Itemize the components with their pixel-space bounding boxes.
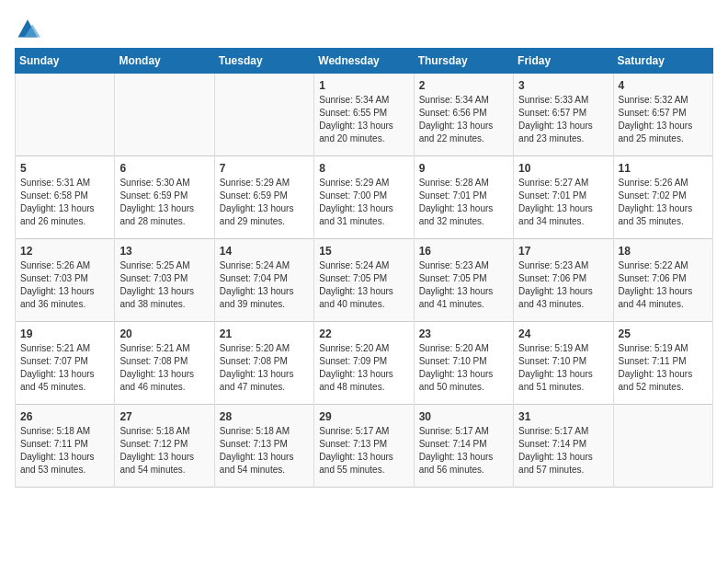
day-info: Sunrise: 5:19 AM Sunset: 7:10 PM Dayligh… [518, 342, 608, 394]
calendar-cell: 6Sunrise: 5:30 AM Sunset: 6:59 PM Daylig… [115, 156, 214, 239]
day-number: 31 [518, 410, 608, 423]
calendar-cell: 20Sunrise: 5:21 AM Sunset: 7:08 PM Dayli… [115, 322, 214, 405]
calendar-cell: 11Sunrise: 5:26 AM Sunset: 7:02 PM Dayli… [613, 156, 712, 239]
calendar-cell: 19Sunrise: 5:21 AM Sunset: 7:07 PM Dayli… [16, 322, 115, 405]
calendar-cell: 29Sunrise: 5:17 AM Sunset: 7:13 PM Dayli… [314, 405, 414, 488]
day-number: 19 [20, 327, 109, 340]
calendar-cell: 4Sunrise: 5:32 AM Sunset: 6:57 PM Daylig… [613, 74, 712, 156]
page-header [15, 15, 713, 40]
day-info: Sunrise: 5:31 AM Sunset: 6:58 PM Dayligh… [20, 177, 109, 228]
day-info: Sunrise: 5:18 AM Sunset: 7:12 PM Dayligh… [119, 425, 209, 477]
header-day-sunday: Sunday [16, 49, 115, 74]
day-number: 3 [518, 79, 608, 92]
day-number: 13 [119, 245, 209, 258]
day-number: 6 [119, 162, 209, 175]
day-number: 21 [220, 327, 309, 340]
day-info: Sunrise: 5:24 AM Sunset: 7:04 PM Dayligh… [220, 259, 309, 311]
day-info: Sunrise: 5:18 AM Sunset: 7:13 PM Dayligh… [220, 425, 309, 477]
day-number: 9 [419, 162, 508, 175]
header-day-wednesday: Wednesday [314, 49, 414, 74]
calendar-cell: 28Sunrise: 5:18 AM Sunset: 7:13 PM Dayli… [214, 405, 313, 488]
calendar-cell: 30Sunrise: 5:17 AM Sunset: 7:14 PM Dayli… [414, 405, 513, 488]
calendar-cell: 12Sunrise: 5:26 AM Sunset: 7:03 PM Dayli… [16, 239, 115, 322]
calendar-cell: 2Sunrise: 5:34 AM Sunset: 6:56 PM Daylig… [414, 74, 513, 156]
day-info: Sunrise: 5:30 AM Sunset: 6:59 PM Dayligh… [119, 177, 209, 228]
day-number: 5 [20, 162, 109, 175]
day-number: 14 [220, 245, 309, 258]
week-row-4: 26Sunrise: 5:18 AM Sunset: 7:11 PM Dayli… [16, 405, 713, 488]
day-info: Sunrise: 5:18 AM Sunset: 7:11 PM Dayligh… [20, 425, 109, 477]
day-number: 25 [619, 327, 708, 340]
calendar-cell: 23Sunrise: 5:20 AM Sunset: 7:10 PM Dayli… [414, 322, 513, 405]
header-day-tuesday: Tuesday [214, 49, 313, 74]
day-info: Sunrise: 5:17 AM Sunset: 7:13 PM Dayligh… [319, 425, 408, 477]
day-info: Sunrise: 5:21 AM Sunset: 7:08 PM Dayligh… [119, 342, 209, 394]
calendar-cell: 5Sunrise: 5:31 AM Sunset: 6:58 PM Daylig… [16, 156, 115, 239]
calendar-cell: 9Sunrise: 5:28 AM Sunset: 7:01 PM Daylig… [414, 156, 513, 239]
calendar-cell: 21Sunrise: 5:20 AM Sunset: 7:08 PM Dayli… [214, 322, 313, 405]
day-info: Sunrise: 5:17 AM Sunset: 7:14 PM Dayligh… [419, 425, 508, 477]
day-number: 26 [20, 410, 109, 423]
day-number: 29 [319, 410, 408, 423]
day-info: Sunrise: 5:34 AM Sunset: 6:56 PM Dayligh… [419, 94, 508, 145]
day-number: 16 [419, 245, 508, 258]
week-row-1: 5Sunrise: 5:31 AM Sunset: 6:58 PM Daylig… [16, 156, 713, 239]
day-info: Sunrise: 5:27 AM Sunset: 7:01 PM Dayligh… [518, 177, 608, 228]
header-day-friday: Friday [514, 49, 613, 74]
day-info: Sunrise: 5:19 AM Sunset: 7:11 PM Dayligh… [619, 342, 708, 394]
header-day-thursday: Thursday [414, 49, 513, 74]
calendar-cell: 14Sunrise: 5:24 AM Sunset: 7:04 PM Dayli… [214, 239, 313, 322]
day-number: 22 [319, 327, 408, 340]
day-number: 24 [518, 327, 608, 340]
logo [15, 15, 44, 40]
day-info: Sunrise: 5:23 AM Sunset: 7:05 PM Dayligh… [419, 259, 508, 311]
day-info: Sunrise: 5:34 AM Sunset: 6:55 PM Dayligh… [319, 94, 408, 145]
day-number: 4 [619, 79, 708, 92]
day-info: Sunrise: 5:25 AM Sunset: 7:03 PM Dayligh… [119, 259, 209, 311]
day-info: Sunrise: 5:23 AM Sunset: 7:06 PM Dayligh… [518, 259, 608, 311]
day-info: Sunrise: 5:33 AM Sunset: 6:57 PM Dayligh… [518, 94, 608, 145]
header-row: SundayMondayTuesdayWednesdayThursdayFrid… [16, 49, 713, 74]
day-info: Sunrise: 5:22 AM Sunset: 7:06 PM Dayligh… [619, 259, 708, 311]
day-number: 28 [220, 410, 309, 423]
day-info: Sunrise: 5:29 AM Sunset: 7:00 PM Dayligh… [319, 177, 408, 228]
day-info: Sunrise: 5:20 AM Sunset: 7:09 PM Dayligh… [319, 342, 408, 394]
calendar-cell: 31Sunrise: 5:17 AM Sunset: 7:14 PM Dayli… [514, 405, 613, 488]
day-number: 11 [619, 162, 708, 175]
calendar-cell: 17Sunrise: 5:23 AM Sunset: 7:06 PM Dayli… [514, 239, 613, 322]
calendar-cell [16, 74, 115, 156]
header-day-saturday: Saturday [613, 49, 712, 74]
calendar-table: SundayMondayTuesdayWednesdayThursdayFrid… [15, 48, 713, 488]
calendar-cell: 26Sunrise: 5:18 AM Sunset: 7:11 PM Dayli… [16, 405, 115, 488]
calendar-body: 1Sunrise: 5:34 AM Sunset: 6:55 PM Daylig… [16, 74, 713, 488]
calendar-cell: 16Sunrise: 5:23 AM Sunset: 7:05 PM Dayli… [414, 239, 513, 322]
calendar-cell [214, 74, 313, 156]
day-info: Sunrise: 5:26 AM Sunset: 7:02 PM Dayligh… [619, 177, 708, 228]
calendar-cell: 24Sunrise: 5:19 AM Sunset: 7:10 PM Dayli… [514, 322, 613, 405]
calendar-header: SundayMondayTuesdayWednesdayThursdayFrid… [16, 49, 713, 74]
calendar-cell: 7Sunrise: 5:29 AM Sunset: 6:59 PM Daylig… [214, 156, 313, 239]
header-day-monday: Monday [115, 49, 214, 74]
day-info: Sunrise: 5:17 AM Sunset: 7:14 PM Dayligh… [518, 425, 608, 477]
day-info: Sunrise: 5:28 AM Sunset: 7:01 PM Dayligh… [419, 177, 508, 228]
day-info: Sunrise: 5:26 AM Sunset: 7:03 PM Dayligh… [20, 259, 109, 311]
calendar-cell: 22Sunrise: 5:20 AM Sunset: 7:09 PM Dayli… [314, 322, 414, 405]
day-number: 1 [319, 79, 408, 92]
day-number: 17 [518, 245, 608, 258]
calendar-cell [115, 74, 214, 156]
day-number: 20 [119, 327, 209, 340]
day-number: 27 [119, 410, 209, 423]
calendar-cell: 8Sunrise: 5:29 AM Sunset: 7:00 PM Daylig… [314, 156, 414, 239]
calendar-cell: 3Sunrise: 5:33 AM Sunset: 6:57 PM Daylig… [514, 74, 613, 156]
day-number: 15 [319, 245, 408, 258]
day-number: 10 [518, 162, 608, 175]
day-number: 8 [319, 162, 408, 175]
calendar-cell: 13Sunrise: 5:25 AM Sunset: 7:03 PM Dayli… [115, 239, 214, 322]
calendar-cell: 18Sunrise: 5:22 AM Sunset: 7:06 PM Dayli… [613, 239, 712, 322]
day-number: 30 [419, 410, 508, 423]
day-info: Sunrise: 5:21 AM Sunset: 7:07 PM Dayligh… [20, 342, 109, 394]
day-info: Sunrise: 5:20 AM Sunset: 7:08 PM Dayligh… [220, 342, 309, 394]
day-number: 2 [419, 79, 508, 92]
day-info: Sunrise: 5:24 AM Sunset: 7:05 PM Dayligh… [319, 259, 408, 311]
week-row-3: 19Sunrise: 5:21 AM Sunset: 7:07 PM Dayli… [16, 322, 713, 405]
